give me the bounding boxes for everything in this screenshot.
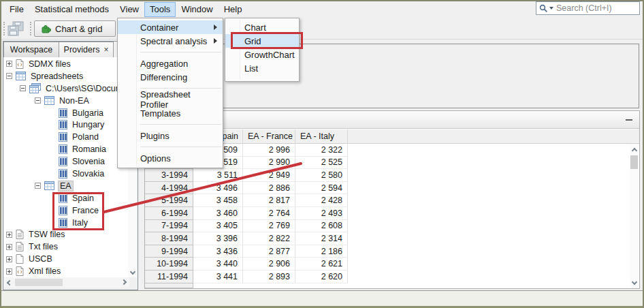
scrollbar-thumb[interactable] xyxy=(630,155,638,169)
column-header-ea-france[interactable]: EA - France xyxy=(243,129,295,144)
menu-help[interactable]: Help xyxy=(219,2,248,17)
grid-cell[interactable]: 3 496 xyxy=(193,182,243,195)
grid-cell[interactable]: 3 396 xyxy=(193,232,243,245)
tree-item-romania[interactable]: Romania xyxy=(4,143,129,155)
minimize-button[interactable] xyxy=(624,116,634,124)
scroll-left-button[interactable] xyxy=(4,278,13,288)
row-header[interactable]: 4-1994 xyxy=(145,182,193,195)
tree-item-slovenia[interactable]: Slovenia xyxy=(4,155,129,168)
menu-item-aggregation[interactable]: Aggregation xyxy=(118,57,223,70)
column-header-ea-italy[interactable]: EA - Italy xyxy=(295,129,348,144)
grid-cell[interactable]: 2 893 xyxy=(243,271,295,283)
grid-cell[interactable]: 3 440 xyxy=(193,258,243,271)
menu-window[interactable]: Window xyxy=(176,2,218,17)
tree-item-xml-files[interactable]: Xml files xyxy=(4,265,129,277)
collapse-icon[interactable] xyxy=(20,85,26,91)
row-header[interactable]: 6-1994 xyxy=(145,207,193,220)
grid-cell[interactable]: 2 580 xyxy=(295,169,348,182)
grid-cell[interactable]: 2 493 xyxy=(295,207,348,220)
tree-item-france[interactable]: France xyxy=(4,204,129,217)
expand-icon[interactable] xyxy=(6,244,12,250)
expand-icon[interactable] xyxy=(6,232,12,238)
submenu-item-growthchart[interactable]: GrowthChart xyxy=(225,48,299,61)
grid-cell[interactable]: 2 886 xyxy=(243,182,295,195)
tree-item-ea[interactable]: EA xyxy=(4,180,129,192)
grid-cell[interactable]: 3 436 xyxy=(193,245,243,258)
search-box[interactable] xyxy=(536,1,640,15)
row-header[interactable] xyxy=(145,283,193,288)
grid-cell[interactable]: 2 996 xyxy=(243,144,295,157)
grid-cell[interactable]: 2 314 xyxy=(295,232,348,245)
menu-item-plugins[interactable]: Plugins xyxy=(118,129,223,142)
menu-statistical-methods[interactable]: Statistical methods xyxy=(29,2,114,17)
scroll-down-button[interactable] xyxy=(630,278,639,288)
tree-item-non-ea[interactable]: Non-EA xyxy=(4,95,129,107)
toolbar-grip[interactable] xyxy=(30,22,32,35)
tree-item-spain[interactable]: Spain xyxy=(4,192,129,204)
tree-item-hungary[interactable]: Hungary xyxy=(4,119,129,131)
menu-item-templates[interactable]: Templates xyxy=(118,106,223,120)
search-input[interactable] xyxy=(556,3,637,13)
menu-item-container[interactable]: Container xyxy=(118,20,223,34)
save-all-icon[interactable] xyxy=(7,21,25,37)
scroll-up-button[interactable] xyxy=(630,144,639,154)
scroll-down-button[interactable] xyxy=(128,268,137,277)
row-header[interactable]: 3-1994 xyxy=(145,169,193,182)
grid-cell[interactable]: 2 525 xyxy=(295,157,348,170)
grid-cell[interactable]: 2 817 xyxy=(243,194,295,207)
tree-item-spreadsheet-file[interactable]: C:\Users\SG\Documen xyxy=(4,82,129,95)
grid-cell[interactable]: 2 990 xyxy=(243,157,295,170)
menu-item-options[interactable]: Options xyxy=(118,151,223,165)
row-header[interactable]: 10-1994 xyxy=(145,258,193,271)
tree-item-bulgaria[interactable]: Bulgaria xyxy=(4,107,129,119)
tree-horizontal-scrollbar[interactable] xyxy=(4,277,129,288)
menu-item-spectral-analysis[interactable]: Spectral analysis xyxy=(118,34,223,48)
menu-item-differencing[interactable]: Differencing xyxy=(118,70,223,84)
menu-file[interactable]: File xyxy=(4,2,29,17)
menu-view[interactable]: View xyxy=(114,2,144,17)
tab-workspace[interactable]: Workspace xyxy=(3,42,59,57)
tab-providers[interactable]: Providers × xyxy=(59,42,114,57)
grid-cell[interactable]: 2 877 xyxy=(243,245,295,258)
grid-cell[interactable]: 2 949 xyxy=(243,169,295,182)
close-icon[interactable]: × xyxy=(103,46,108,53)
grid-cell[interactable]: 3 460 xyxy=(193,207,243,220)
row-header[interactable]: 8-1994 xyxy=(145,232,193,245)
grid-cell[interactable]: 3 441 xyxy=(193,271,243,283)
grid-cell[interactable]: 2 621 xyxy=(295,258,348,271)
toolbar-grip[interactable] xyxy=(3,22,5,35)
tree-item-uscb[interactable]: USCB xyxy=(4,253,129,265)
row-header[interactable]: 7-1994 xyxy=(145,220,193,233)
grid-cell[interactable]: 3 511 xyxy=(193,169,243,182)
submenu-item-list[interactable]: List xyxy=(225,61,299,75)
submenu-item-chart[interactable]: Chart xyxy=(225,20,299,34)
grid-cell[interactable]: 2 186 xyxy=(295,245,348,258)
menu-item-spreadsheet-profiler[interactable]: Spreadsheet Profiler xyxy=(118,93,223,106)
grid-cell[interactable]: 2 594 xyxy=(295,182,348,195)
row-header[interactable]: 11-1994 xyxy=(145,271,193,283)
expand-icon[interactable] xyxy=(6,268,12,275)
expand-icon[interactable] xyxy=(6,61,12,67)
collapse-icon[interactable] xyxy=(35,97,41,104)
grid-cell[interactable]: 2 822 xyxy=(243,232,295,245)
tree-item-spreadsheets[interactable]: Spreadsheets xyxy=(4,70,129,82)
scrollbar-thumb[interactable] xyxy=(15,279,63,286)
tree-item-italy[interactable]: Italy xyxy=(4,217,129,229)
grid-cell[interactable]: 2 620 xyxy=(295,271,348,283)
row-header[interactable]: 9-1994 xyxy=(145,245,193,258)
grid-cell[interactable]: 2 764 xyxy=(243,207,295,220)
scroll-right-button[interactable] xyxy=(120,277,129,287)
menu-tools[interactable]: Tools xyxy=(144,2,176,17)
grid-vertical-scrollbar[interactable] xyxy=(630,144,639,288)
grid-cell[interactable]: 3 405 xyxy=(193,220,243,233)
tree-item-sdmx-files[interactable]: SDMX files xyxy=(4,58,129,70)
tree-item-txt-files[interactable]: Txt files xyxy=(4,241,129,253)
grid-cell[interactable]: 2 428 xyxy=(295,194,348,207)
chart-and-grid-button[interactable]: Chart & grid xyxy=(34,20,116,37)
collapse-icon[interactable] xyxy=(35,183,41,189)
submenu-item-grid[interactable]: Grid xyxy=(225,34,299,48)
row-header[interactable]: 5-1994 xyxy=(145,194,193,207)
grid-cell[interactable]: 2 322 xyxy=(295,144,348,157)
tree-item-tsw-files[interactable]: TSW files xyxy=(4,228,129,241)
grid-cell[interactable]: 3 458 xyxy=(193,194,243,207)
